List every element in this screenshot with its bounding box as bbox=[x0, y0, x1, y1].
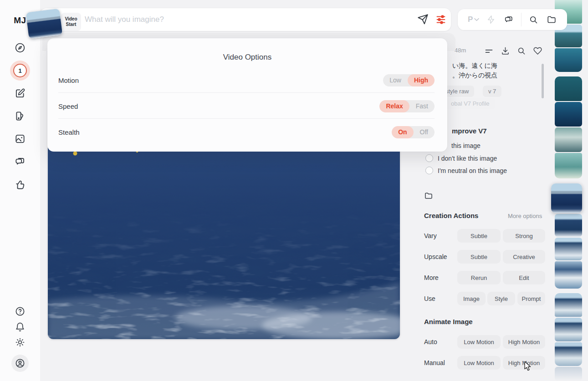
gallery-thumbnail[interactable] bbox=[555, 261, 582, 289]
creation-actions-title: Creation Actions bbox=[424, 212, 478, 219]
swatches-icon bbox=[14, 110, 26, 122]
thumbs-up-icon bbox=[14, 178, 26, 190]
mj-logo[interactable]: MJ bbox=[14, 15, 26, 25]
sliders-icon bbox=[435, 14, 446, 25]
more-options-link[interactable]: More options bbox=[508, 213, 542, 219]
search-button[interactable] bbox=[522, 15, 538, 25]
manual-low-motion-button[interactable]: Low Motion bbox=[457, 356, 501, 370]
sidebar-item-chat[interactable] bbox=[14, 156, 26, 168]
gallery-thumbnail[interactable] bbox=[555, 318, 582, 341]
sidebar-item-account[interactable] bbox=[11, 355, 29, 372]
upscale-subtle-button[interactable]: Subtle bbox=[457, 250, 501, 264]
edit-pencil-icon bbox=[14, 87, 26, 99]
use-label: Use bbox=[424, 295, 435, 302]
image-icon bbox=[14, 133, 26, 145]
heart-icon bbox=[533, 46, 542, 56]
gallery-thumbnail[interactable] bbox=[555, 238, 582, 260]
zoom-search-button[interactable] bbox=[517, 46, 526, 56]
tag-version[interactable]: v 7 bbox=[483, 86, 501, 97]
auto-high-motion-button[interactable]: High Motion bbox=[503, 335, 545, 349]
rating-radio-dislike[interactable] bbox=[425, 154, 433, 162]
filter-button[interactable] bbox=[484, 46, 494, 56]
prompt-text-line1: い海。遠くに海 bbox=[452, 62, 497, 70]
sidebar: MJ 1 bbox=[0, 0, 40, 381]
gallery-thumbnail[interactable] bbox=[555, 127, 582, 152]
speed-toggle: Relax Fast bbox=[379, 100, 435, 112]
stealth-option-off[interactable]: Off bbox=[414, 126, 435, 138]
vary-subtle-button[interactable]: Subtle bbox=[457, 229, 501, 243]
gallery-thumbnail[interactable] bbox=[555, 214, 582, 237]
gallery-thumbnail[interactable] bbox=[555, 48, 582, 72]
upscale-label: Upscale bbox=[424, 253, 447, 260]
sun-icon bbox=[15, 337, 26, 348]
more-label: More bbox=[424, 274, 439, 281]
upscale-creative-button[interactable]: Creative bbox=[503, 250, 545, 264]
motion-option-high[interactable]: High bbox=[408, 74, 435, 86]
tag-profile[interactable]: obal V7 Profile bbox=[445, 98, 495, 109]
sidebar-item-organize[interactable] bbox=[14, 110, 26, 122]
prompt-placeholder: What will you imagine? bbox=[85, 15, 164, 24]
sidebar-item-help[interactable] bbox=[15, 306, 26, 317]
gallery-thumbnail[interactable] bbox=[555, 102, 582, 127]
gallery-thumbnail[interactable] bbox=[555, 76, 582, 101]
send-button[interactable] bbox=[417, 14, 429, 25]
rerun-button[interactable]: Rerun bbox=[457, 271, 501, 284]
motion-option-low[interactable]: Low bbox=[383, 74, 408, 86]
gallery-thumbnail-selected[interactable] bbox=[551, 183, 582, 213]
profile-initial: P bbox=[468, 15, 473, 24]
profile-dropdown[interactable]: P bbox=[458, 15, 479, 24]
gallery-thumbnail[interactable] bbox=[555, 153, 582, 178]
gallery-thumbnail[interactable] bbox=[555, 342, 582, 366]
animate-image-title: Animate Image bbox=[424, 318, 473, 325]
rating-option-dislike[interactable]: I don't like this image bbox=[438, 155, 497, 162]
sidebar-item-rate[interactable] bbox=[14, 178, 26, 190]
folders-button[interactable] bbox=[538, 15, 557, 25]
stealth-label: Stealth bbox=[58, 128, 80, 136]
sidebar-item-explore[interactable] bbox=[14, 42, 26, 54]
speed-label: Speed bbox=[58, 102, 78, 110]
lightning-button[interactable] bbox=[479, 15, 496, 24]
add-to-folder-button[interactable] bbox=[424, 191, 433, 200]
sidebar-item-notifications[interactable] bbox=[15, 321, 26, 332]
lightning-icon bbox=[486, 15, 496, 24]
person-circle-icon bbox=[15, 358, 26, 369]
speed-option-relax[interactable]: Relax bbox=[379, 100, 409, 112]
auto-label: Auto bbox=[424, 338, 437, 345]
sidebar-item-queue[interactable]: 1 bbox=[10, 61, 30, 81]
gallery-thumbnail[interactable] bbox=[555, 293, 582, 317]
rating-radio-neutral[interactable] bbox=[425, 167, 433, 174]
manual-high-motion-button[interactable]: High Motion bbox=[503, 356, 545, 370]
like-button[interactable] bbox=[533, 46, 542, 56]
use-prompt-button[interactable]: Prompt bbox=[517, 292, 545, 305]
motion-toggle: Low High bbox=[383, 74, 435, 86]
feed-chat-button[interactable] bbox=[496, 15, 514, 25]
row-divider bbox=[58, 118, 435, 119]
stealth-option-on[interactable]: On bbox=[392, 126, 413, 138]
sidebar-item-gallery[interactable] bbox=[14, 133, 26, 145]
auto-low-motion-button[interactable]: Low Motion bbox=[457, 335, 501, 349]
video-options-panel: Video Options Motion Low High Speed Rela… bbox=[47, 38, 447, 152]
midjourney-app: MJ 1 bbox=[0, 0, 588, 381]
motion-row: Motion Low High bbox=[58, 74, 435, 86]
video-settings-button[interactable] bbox=[435, 14, 446, 25]
speed-option-fast[interactable]: Fast bbox=[409, 100, 435, 112]
video-options-title: Video Options bbox=[47, 53, 447, 62]
edit-button[interactable]: Edit bbox=[503, 271, 545, 284]
folder-icon bbox=[547, 15, 557, 25]
video-start-thumbnail[interactable] bbox=[26, 9, 63, 39]
use-style-button[interactable]: Style bbox=[487, 292, 515, 305]
rating-option-like[interactable]: this image bbox=[451, 142, 481, 149]
video-chip-line2: Start bbox=[66, 22, 77, 27]
stealth-toggle: On Off bbox=[392, 126, 435, 138]
vary-strong-button[interactable]: Strong bbox=[503, 229, 545, 243]
chat-bubbles-icon bbox=[504, 15, 514, 25]
use-image-button[interactable]: Image bbox=[457, 292, 486, 305]
sidebar-item-theme[interactable] bbox=[15, 337, 26, 348]
video-chip-line1: Video bbox=[65, 16, 77, 22]
video-start-chip[interactable]: Video Start bbox=[61, 13, 81, 31]
panel-scrollbar[interactable] bbox=[542, 64, 544, 98]
sidebar-item-create[interactable] bbox=[14, 87, 26, 99]
download-button[interactable] bbox=[501, 46, 510, 56]
rating-option-neutral[interactable]: I'm neutral on this image bbox=[438, 167, 507, 174]
question-circle-icon bbox=[15, 306, 26, 317]
